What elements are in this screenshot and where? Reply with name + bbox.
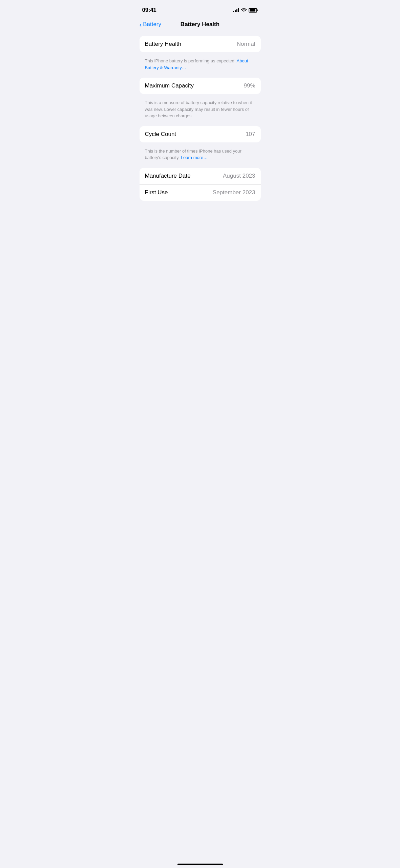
first-use-row: First Use September 2023	[140, 184, 261, 201]
back-button[interactable]: ‹ Battery	[140, 21, 162, 28]
manufacture-date-row: Manufacture Date August 2023	[140, 168, 261, 184]
battery-health-value: Normal	[237, 41, 255, 47]
nav-header: ‹ Battery Battery Health	[134, 18, 266, 33]
maximum-capacity-description: This is a measure of battery capacity re…	[140, 97, 261, 126]
battery-health-description: This iPhone battery is performing as exp…	[140, 55, 261, 78]
cycle-count-learn-more-link[interactable]: Learn more…	[181, 155, 208, 160]
cycle-count-card: Cycle Count 107	[140, 126, 261, 142]
manufacture-date-label: Manufacture Date	[145, 173, 191, 179]
cycle-count-description: This is the number of times iPhone has u…	[140, 145, 261, 168]
signal-icon	[233, 8, 239, 12]
battery-health-card: Battery Health Normal	[140, 36, 261, 52]
first-use-value: September 2023	[213, 189, 255, 196]
status-bar: 09:41	[134, 0, 266, 18]
battery-health-row: Battery Health Normal	[140, 36, 261, 52]
cycle-count-label: Cycle Count	[145, 131, 176, 138]
cycle-count-value: 107	[246, 131, 255, 138]
manufacture-date-value: August 2023	[223, 173, 255, 179]
maximum-capacity-label: Maximum Capacity	[145, 82, 194, 89]
battery-health-label: Battery Health	[145, 41, 182, 47]
maximum-capacity-value: 99%	[244, 82, 255, 89]
cycle-count-row: Cycle Count 107	[140, 126, 261, 142]
wifi-icon	[241, 8, 247, 12]
maximum-capacity-card: Maximum Capacity 99%	[140, 78, 261, 94]
battery-level-icon	[249, 8, 258, 13]
back-chevron-icon: ‹	[140, 21, 142, 28]
content-area: Battery Health Normal This iPhone batter…	[134, 33, 266, 201]
status-time: 09:41	[142, 7, 156, 14]
status-icons	[233, 8, 258, 13]
first-use-label: First Use	[145, 189, 168, 196]
maximum-capacity-row: Maximum Capacity 99%	[140, 78, 261, 94]
back-label: Battery	[143, 21, 161, 28]
page-title: Battery Health	[181, 21, 219, 28]
dates-card: Manufacture Date August 2023 First Use S…	[140, 168, 261, 201]
